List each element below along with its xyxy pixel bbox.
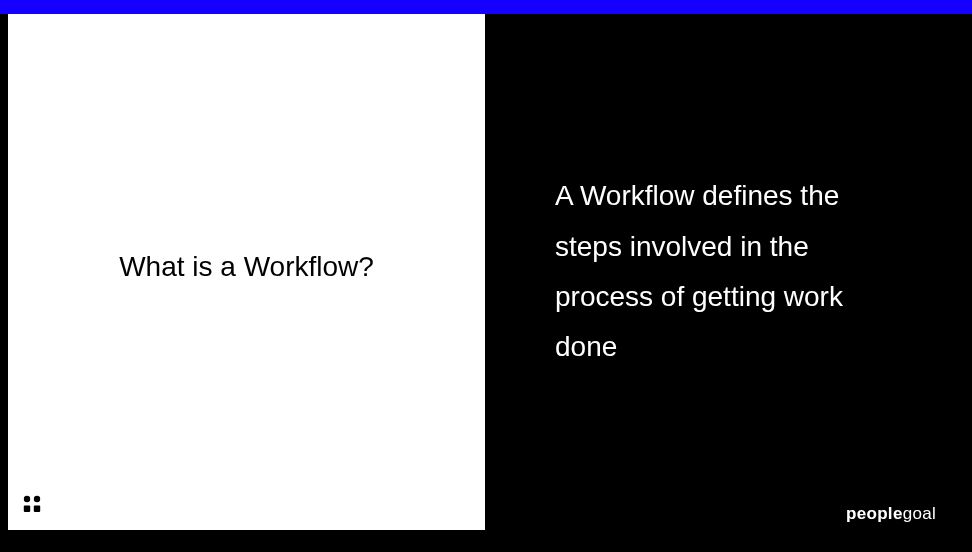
top-accent-bar	[0, 0, 972, 14]
logo-light: goal	[903, 504, 936, 523]
left-panel: What is a Workflow?	[8, 14, 485, 530]
svg-rect-2	[24, 506, 30, 512]
slide-title: What is a Workflow?	[119, 251, 374, 283]
right-panel: A Workflow defines the steps involved in…	[485, 14, 972, 530]
dots-icon	[22, 494, 44, 516]
slide-body: A Workflow defines the steps involved in…	[555, 171, 912, 373]
svg-point-0	[24, 496, 30, 502]
svg-point-1	[34, 496, 40, 502]
logo-bold: people	[846, 504, 903, 523]
svg-rect-3	[34, 506, 40, 512]
peoplegoal-logo: peoplegoal	[846, 504, 936, 524]
slide-content: What is a Workflow? A Workflow defines t…	[0, 14, 972, 530]
